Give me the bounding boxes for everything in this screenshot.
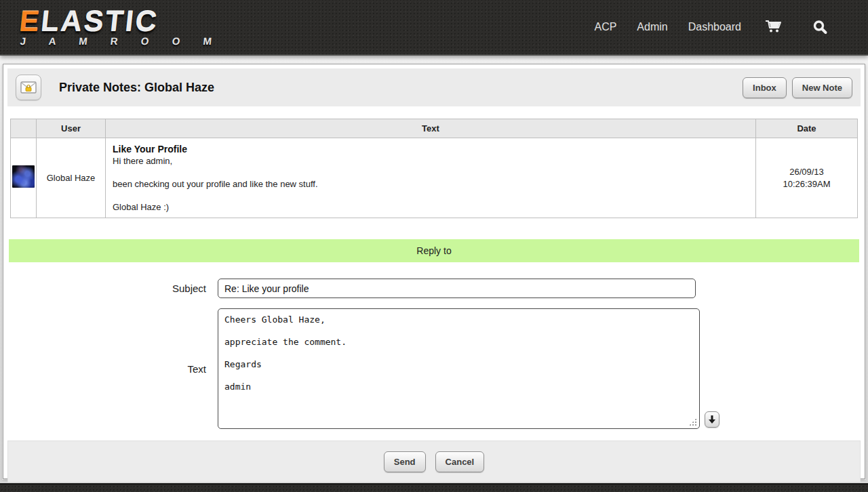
logo-rest: LASTIC <box>39 5 160 37</box>
site-logo[interactable]: ELASTIC J A M R O O M <box>17 7 225 47</box>
text-label: Text <box>7 363 218 375</box>
avatar-column-header <box>11 119 37 138</box>
user-name[interactable]: Global Haze <box>37 138 106 218</box>
date-column-header: Date <box>756 119 858 138</box>
arrow-down-icon <box>708 415 716 424</box>
top-navigation: ACP Admin Dashboard <box>594 19 868 36</box>
panel-header: Private Notes: Global Haze Inbox New Not… <box>7 68 861 106</box>
note-body-line: Global Haze :) <box>113 202 749 212</box>
top-header-bar: ELASTIC J A M R O O M ACP Admin Dashboar… <box>0 0 868 56</box>
text-column-header: Text <box>106 119 756 138</box>
text-row: Text Cheers Global Haze, appreciate the … <box>7 308 861 429</box>
subject-label: Subject <box>7 283 218 294</box>
avatar-cell <box>11 138 37 218</box>
subject-row: Subject <box>7 279 861 298</box>
nav-link-acp[interactable]: ACP <box>594 21 616 33</box>
logo-subtitle: J A M R O O M <box>17 35 222 47</box>
reply-text-input[interactable]: Cheers Global Haze, appreciate the comme… <box>218 308 700 429</box>
note-subject: Like Your Profile <box>113 144 749 155</box>
table-row: Global Haze Like Your Profile Hi there a… <box>11 138 858 218</box>
notes-table-header-row: User Text Date <box>11 119 858 138</box>
avatar[interactable] <box>12 165 35 188</box>
logo-wordmark: ELASTIC <box>18 7 225 35</box>
note-date-cell: 26/09/13 10:26:39AM <box>756 138 858 218</box>
nav-link-dashboard[interactable]: Dashboard <box>688 21 741 33</box>
form-footer: Send Cancel <box>7 440 861 483</box>
page-title: Private Notes: Global Haze <box>59 81 214 95</box>
private-notes-panel: Private Notes: Global Haze Inbox New Not… <box>3 64 865 479</box>
send-button[interactable]: Send <box>384 451 426 472</box>
textarea-wrapper: Cheers Global Haze, appreciate the comme… <box>218 308 700 429</box>
nav-link-admin[interactable]: Admin <box>637 21 667 33</box>
logo-letter-e: E <box>18 5 43 37</box>
inbox-button[interactable]: Inbox <box>743 77 787 98</box>
cart-icon[interactable] <box>764 19 782 35</box>
new-note-button[interactable]: New Note <box>792 77 852 98</box>
subject-input[interactable] <box>218 279 696 298</box>
note-date: 26/09/13 <box>756 166 857 178</box>
note-body-line: been checking out your profile and like … <box>113 179 749 189</box>
expand-editor-button[interactable] <box>705 411 719 428</box>
note-time: 10:26:39AM <box>756 178 857 190</box>
note-text-cell: Like Your Profile Hi there admin, been c… <box>106 138 756 218</box>
user-column-header: User <box>37 119 106 138</box>
reply-to-banner: Reply to <box>9 239 859 262</box>
cancel-button[interactable]: Cancel <box>435 451 485 472</box>
search-icon[interactable] <box>812 19 829 36</box>
private-note-envelope-lock-icon[interactable] <box>16 75 41 100</box>
bottom-footer-bar <box>0 483 868 492</box>
notes-table: User Text Date Global Haze Like Your Pro… <box>10 119 858 218</box>
note-body-line: Hi there admin, <box>113 156 749 166</box>
